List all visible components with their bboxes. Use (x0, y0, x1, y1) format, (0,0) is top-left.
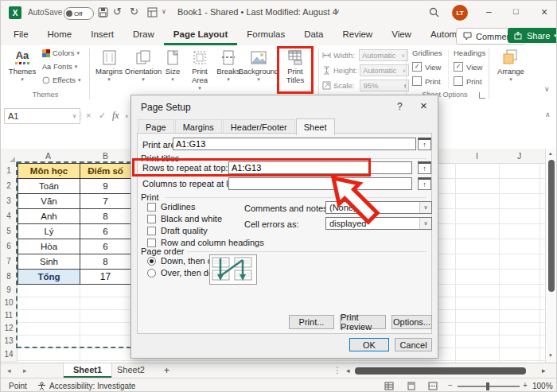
colors-button[interactable]: Colors▾ (42, 49, 80, 57)
tab-file[interactable]: File (4, 25, 38, 45)
tab-review[interactable]: Review (333, 25, 382, 45)
orientation-button[interactable]: Orientation ▾ (123, 47, 164, 83)
share-button[interactable]: Share ▾ (508, 28, 557, 43)
scroll-up-icon[interactable]: ▴ (549, 150, 552, 157)
ok-button[interactable]: OK (349, 338, 389, 351)
cell-a3[interactable]: Văn (18, 194, 80, 209)
print-dialog-button[interactable]: Print... (289, 315, 334, 329)
cell-a7[interactable]: Sinh (18, 254, 80, 270)
tab-view[interactable]: View (382, 25, 421, 45)
cell-a2[interactable]: Toán (18, 179, 80, 194)
search-icon[interactable] (429, 7, 439, 17)
size-button[interactable]: Size ▾ (159, 47, 186, 83)
toolbar-chevron-icon[interactable]: ∨ (162, 8, 166, 15)
undo-icon[interactable]: ↺ (113, 6, 122, 17)
draft-quality-checkbox[interactable]: Draft quality (147, 226, 208, 235)
save-icon[interactable] (98, 7, 108, 17)
cell-b2[interactable]: 9 (80, 179, 131, 194)
dialog-tab-margins[interactable]: Margins (175, 119, 222, 134)
cell-b5[interactable]: 6 (80, 224, 131, 239)
width-control[interactable]: Width: Automatic∨ (322, 49, 408, 62)
add-sheet-button[interactable]: + (164, 365, 169, 376)
vertical-scroll-thumb[interactable] (548, 160, 555, 292)
row-header[interactable]: 3 (1, 193, 18, 209)
row-header[interactable]: 11 (1, 309, 18, 323)
fonts-button[interactable]: Aa Fonts▾ (42, 62, 77, 71)
tab-page-layout[interactable]: Page Layout (164, 25, 237, 45)
cell-b1[interactable]: Điểm số (80, 164, 131, 179)
background-button[interactable]: Background ▾ (236, 47, 281, 83)
print-area-button[interactable]: Print Area ▾ (185, 47, 215, 91)
sheet-nav-right-icon[interactable]: ▸ (23, 367, 27, 375)
row-header[interactable]: 6 (1, 239, 18, 254)
tab-data[interactable]: Data (294, 25, 333, 45)
headings-print-checkbox[interactable]: Print (454, 76, 482, 86)
cell-a6[interactable]: Hòa (18, 239, 80, 254)
cell-b4[interactable]: 8 (80, 209, 131, 224)
vertical-scrollbar[interactable]: ▴ ▾ (545, 149, 557, 363)
scale-control[interactable]: Scale: 95%▴▾ (322, 79, 409, 92)
dialog-tab-sheet[interactable]: Sheet (296, 118, 335, 135)
sheet-nav-left-icon[interactable]: ◂ (7, 367, 11, 375)
black-white-checkbox[interactable]: Black and white (147, 214, 222, 223)
column-header-partial[interactable] (437, 149, 457, 164)
collapse-ribbon-icon[interactable]: ∨ (544, 85, 550, 93)
horizontal-scroll-thumb[interactable] (355, 367, 526, 375)
row-header[interactable]: 13 (1, 335, 18, 348)
print-preview-button[interactable]: Print Preview (340, 315, 386, 329)
tab-formulas[interactable]: Formulas (237, 25, 294, 45)
column-header-j[interactable]: J (499, 149, 540, 164)
cell-b3[interactable]: 7 (80, 194, 131, 209)
cell-b6[interactable]: 6 (80, 239, 131, 254)
cols-repeat-range-button[interactable]: ↑ (418, 177, 431, 190)
cell-a1[interactable]: Môn học (18, 164, 80, 179)
dialog-help-icon[interactable]: ? (397, 101, 403, 112)
zoom-out-button[interactable]: − (448, 381, 453, 390)
cancel-entry-icon[interactable]: × (86, 111, 91, 120)
themes-button[interactable]: Aa Themes ▾ (6, 47, 39, 83)
headings-view-checkbox[interactable]: ✓View (454, 62, 482, 72)
gridlines-dialog-checkbox[interactable]: Gridlines (147, 202, 195, 212)
rows-repeat-range-button[interactable]: ↑ (418, 161, 431, 174)
cell-a8[interactable]: Tổng (18, 270, 80, 285)
maximize-button[interactable]: □ (513, 6, 519, 16)
height-control[interactable]: Height: Automatic∨ (322, 64, 409, 77)
accessibility-status[interactable]: Accessibility: Investigate (49, 382, 135, 390)
row-header[interactable]: 10 (1, 297, 18, 310)
normal-view-icon[interactable] (384, 382, 394, 390)
row-header[interactable]: 9 (1, 284, 18, 297)
close-button[interactable]: × (541, 6, 547, 18)
row-header[interactable]: 14 (1, 347, 18, 362)
row-header[interactable]: 4 (1, 208, 18, 224)
collapse-formula-bar-icon[interactable]: ∧ (545, 111, 551, 118)
zoom-level[interactable]: 100% (532, 382, 553, 390)
avatar[interactable]: LT (452, 5, 468, 21)
margins-button[interactable]: Margins ▾ (92, 47, 126, 83)
gridlines-view-checkbox[interactable]: ✓View (412, 62, 441, 72)
print-area-range-button[interactable]: ↑ (418, 138, 431, 150)
fx-icon[interactable]: fx (112, 110, 119, 122)
column-header-i[interactable]: I (455, 149, 500, 164)
cell-b7[interactable]: 8 (80, 254, 131, 270)
cell-b8[interactable]: 17 (80, 270, 131, 285)
row-header[interactable]: 5 (1, 223, 18, 239)
dialog-close-icon[interactable]: × (420, 99, 427, 112)
row-header[interactable]: 12 (1, 322, 18, 336)
name-box[interactable]: A1 ∨ (4, 108, 80, 124)
document-title[interactable]: Book1 - Shared • Last Modified: August 4 (177, 7, 337, 17)
print-area-input[interactable] (173, 138, 416, 150)
confirm-entry-icon[interactable]: ✓ (99, 111, 106, 121)
sheet-tab-sheet2[interactable]: Sheet2 (107, 363, 154, 378)
cell-a5[interactable]: Lý (18, 224, 80, 239)
hscroll-left-icon[interactable]: ◂ (346, 367, 350, 375)
tab-home[interactable]: Home (38, 25, 82, 45)
row-header[interactable]: 7 (1, 254, 18, 270)
tab-draw[interactable]: Draw (123, 25, 164, 45)
scroll-down-icon[interactable]: ▾ (549, 352, 552, 359)
page-layout-view-icon[interactable] (407, 382, 416, 390)
row-header[interactable]: 8 (1, 269, 18, 285)
redo-icon[interactable]: ↻ (130, 6, 138, 17)
minimize-button[interactable]: – (486, 6, 492, 17)
page-break-view-icon[interactable] (428, 382, 438, 390)
effects-button[interactable]: Effects▾ (42, 76, 80, 84)
